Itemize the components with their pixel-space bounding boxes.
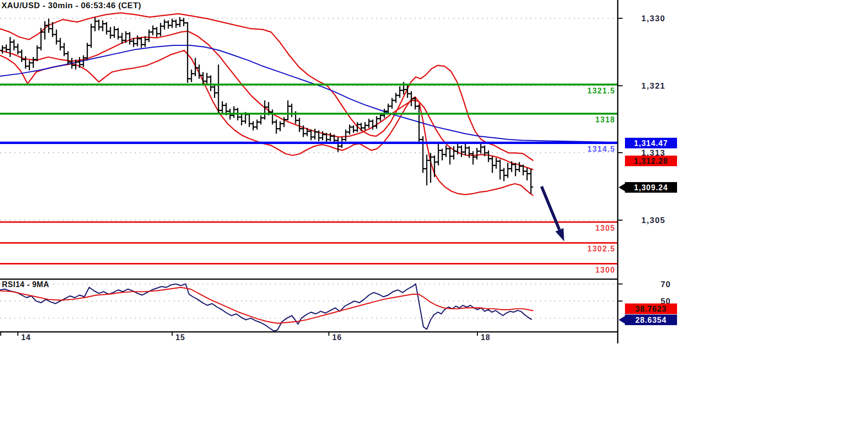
badge-value-28.6354: 28.6354 — [636, 316, 667, 324]
chart-canvas[interactable]: 1321.513181314.513051302.513001,3301,321… — [0, 0, 868, 421]
projection-arrow-shaft — [542, 186, 559, 230]
y-axis-label-1,330: 1,330 — [641, 14, 665, 23]
x-axis-label-14: 14 — [21, 333, 31, 342]
badge-value-1,309.24: 1,309.24 — [634, 184, 668, 192]
level-label-1314.5: 1314.5 — [587, 145, 615, 153]
badge-value-1,312.28: 1,312.28 — [634, 157, 668, 165]
trading-chart-screen: 1321.513181314.513051302.513001,3301,321… — [0, 0, 868, 421]
rsi-axis-label-70: 70 — [661, 280, 671, 289]
badge-value-1,314.47: 1,314.47 — [634, 139, 668, 147]
x-axis-label-18: 18 — [481, 333, 490, 342]
badge-arrow — [619, 316, 625, 324]
bollinger-lower-band — [0, 51, 533, 196]
bollinger-middle-band — [0, 31, 533, 170]
level-label-1321.5: 1321.5 — [587, 87, 615, 95]
projection-arrow-head — [556, 228, 564, 242]
level-label-1305: 1305 — [595, 224, 615, 232]
rsi-series-9ma — [0, 288, 533, 324]
x-axis-label-16: 16 — [332, 333, 342, 342]
y-axis-label-1,321: 1,321 — [641, 81, 665, 91]
x-axis-label-15: 15 — [176, 333, 185, 342]
level-label-1302.5: 1302.5 — [587, 245, 615, 253]
bollinger-upper-band — [0, 13, 533, 160]
badge-arrow — [619, 184, 625, 191]
chart-title: XAU/USD - 30min - 06:53:46 (CET) — [1, 1, 141, 11]
rsi-series-rsi14 — [0, 284, 531, 331]
level-label-1300: 1300 — [595, 266, 615, 274]
level-label-1318: 1318 — [595, 116, 615, 124]
y-axis-label-1,305: 1,305 — [641, 216, 665, 225]
badge-value-38.7623: 38.7623 — [636, 305, 667, 313]
rsi-indicator-title: RSI14 - 9MA — [2, 280, 49, 289]
